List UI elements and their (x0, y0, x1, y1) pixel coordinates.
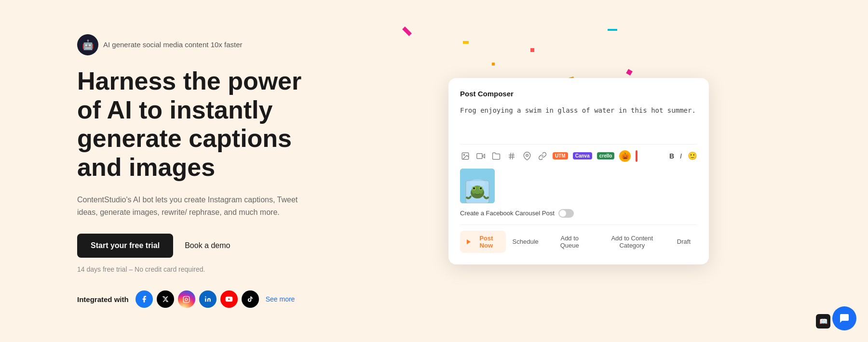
instagram-icon[interactable] (178, 290, 195, 308)
video-icon[interactable] (475, 151, 486, 161)
linkedin-icon[interactable] (199, 290, 217, 308)
trial-note: 14 days free trial – No credit card requ… (77, 265, 328, 273)
svg-line-12 (513, 153, 514, 159)
emoji-button[interactable]: 🙂 (688, 151, 697, 160)
frog-image (460, 169, 495, 203)
hero-left: 🤖 AI generate social media content 10x f… (77, 34, 328, 308)
crello-badge[interactable]: crello (597, 152, 615, 159)
hashtag-icon[interactable] (506, 151, 517, 161)
carousel-label: Create a Facebook Carousel Post (460, 210, 555, 217)
toolbar-left: UTM Canva crello 🎃 (460, 150, 637, 162)
svg-point-22 (480, 187, 482, 189)
image-preview (460, 169, 495, 203)
start-trial-button[interactable]: Start your free trial (77, 234, 173, 258)
composer-text-input[interactable] (460, 105, 697, 134)
facebook-icon[interactable] (136, 290, 153, 308)
headline: Harness the power of AI to instantly gen… (77, 67, 328, 182)
add-to-content-category-button[interactable]: Add to Content Category (594, 231, 670, 253)
image-icon[interactable] (460, 151, 471, 161)
composer-divider (460, 144, 697, 145)
schedule-button[interactable]: Schedule (506, 234, 545, 249)
book-demo-button[interactable]: Book a demo (185, 241, 230, 250)
badge-row: 🤖 AI generate social media content 10x f… (77, 34, 328, 55)
integrations-label: Integrated with (77, 295, 129, 303)
svg-rect-2 (205, 298, 206, 302)
composer-actions: Post Now Schedule Add to Queue Add to Co… (460, 224, 697, 253)
composer-title: Post Composer (460, 90, 697, 98)
toolbar-right: B I 🙂 (669, 151, 697, 160)
color-picker[interactable] (636, 150, 637, 162)
social-icons-group (136, 290, 259, 308)
post-composer-card: Post Composer (448, 78, 709, 264)
play-icon (467, 239, 471, 244)
subheadline: ContentStudio's AI bot lets you create I… (77, 194, 299, 218)
svg-line-11 (510, 153, 511, 159)
hero-right: Post Composer (366, 78, 791, 264)
bold-button[interactable]: B (669, 152, 674, 160)
svg-point-3 (205, 296, 206, 297)
cta-row: Start your free trial Book a demo (77, 234, 328, 258)
carousel-toggle[interactable] (558, 209, 574, 218)
robot-icon: 🤖 (77, 34, 98, 55)
utm-badge[interactable]: UTM (553, 152, 568, 159)
svg-rect-8 (477, 153, 482, 158)
link-icon[interactable] (537, 151, 548, 161)
see-more-link[interactable]: See more (266, 295, 295, 303)
tiktok-icon[interactable] (242, 290, 259, 308)
svg-rect-0 (183, 296, 190, 303)
svg-point-13 (526, 154, 529, 157)
x-twitter-icon[interactable] (157, 290, 174, 308)
location-icon[interactable] (522, 151, 532, 161)
canva-badge[interactable]: Canva (573, 152, 592, 159)
youtube-icon[interactable] (220, 290, 238, 308)
integrations-row: Integrated with (77, 290, 328, 308)
folder-icon[interactable] (491, 151, 502, 161)
chat-bubble-button[interactable] (832, 306, 856, 330)
svg-point-6 (463, 154, 464, 155)
emoji-sticker[interactable]: 🎃 (619, 150, 631, 162)
svg-point-21 (473, 187, 475, 189)
composer-toolbar: UTM Canva crello 🎃 B I 🙂 (460, 150, 697, 162)
italic-button[interactable]: I (680, 152, 682, 160)
carousel-row: Create a Facebook Carousel Post (460, 209, 697, 218)
chat-widget: 📖 (816, 306, 856, 330)
draft-button[interactable]: Draft (670, 234, 697, 249)
svg-marker-7 (482, 154, 485, 158)
add-to-queue-button[interactable]: Add to Queue (545, 231, 594, 253)
book-icon[interactable]: 📖 (816, 314, 830, 329)
post-now-button[interactable]: Post Now (460, 231, 506, 253)
badge-text: AI generate social media content 10x fas… (103, 40, 243, 49)
post-now-label: Post Now (474, 235, 499, 249)
